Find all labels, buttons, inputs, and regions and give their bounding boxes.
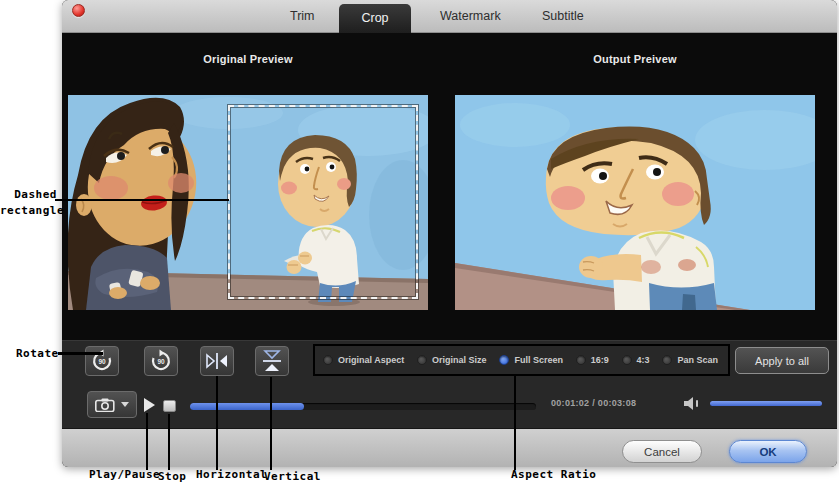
annotation-dashed-rectangle-label-line1: Dashed [0,188,57,201]
annotation-vertical-label: Vertical [264,470,321,483]
radio-icon [417,355,427,365]
aspect-option-original-size[interactable]: Original Size [417,355,487,365]
volume-icon[interactable] [684,396,702,414]
svg-text:90: 90 [157,358,165,365]
flip-vertical-button[interactable] [255,346,289,376]
annotation-play-pause-label: Play/Pause [89,468,160,481]
output-preview-title: Output Preivew [455,53,815,65]
aspect-option-label: Pan Scan [677,355,718,365]
annotation-dashed-rectangle-label-line2: rectangle [0,204,60,217]
aspect-option-label: Full Screen [514,355,563,365]
aspect-option-4-3[interactable]: 4:3 [622,355,650,365]
footer-bar: Cancel OK [62,428,837,467]
volume-slider[interactable] [710,401,822,406]
aspect-option-full-screen[interactable]: Full Screen [499,355,563,365]
seek-bar[interactable] [190,403,536,410]
ok-button[interactable]: OK [729,440,807,463]
radio-icon [323,355,333,365]
aspect-option-original-aspect[interactable]: Original Aspect [323,355,404,365]
apply-to-all-button[interactable]: Apply to all [735,347,829,374]
radio-icon [499,355,509,365]
svg-text:90: 90 [98,358,106,365]
annotation-line-aspect-ratio [514,375,516,470]
original-preview-frame [68,95,428,310]
flip-horizontal-icon [205,352,229,370]
app-window: Trim Crop Watermark Subtitle Original Pr… [62,0,837,467]
rotate-right-button[interactable]: 90 [144,346,178,376]
tab-crop[interactable]: Crop [339,4,411,33]
volume-fill [710,401,822,406]
close-window-icon[interactable] [72,4,85,17]
annotation-aspect-ratio-label: Aspect Ratio [511,468,596,481]
chevron-down-icon [121,402,129,407]
aspect-option-label: 16:9 [591,355,609,365]
aspect-option-pan-scan[interactable]: Pan Scan [662,355,718,365]
annotation-line-stop [168,414,170,470]
annotation-rotate-label: Rotate [16,347,59,360]
flip-vertical-icon [262,349,282,373]
tab-watermark[interactable]: Watermark [428,0,513,33]
rotate-left-button[interactable]: 90 [85,346,119,376]
annotation-line-dashed-rectangle [55,199,229,201]
flip-horizontal-button[interactable] [200,346,234,376]
radio-icon [662,355,672,365]
annotation-line-vertical [270,377,272,470]
aspect-option-16-9[interactable]: 16:9 [576,355,609,365]
progress-fill [190,403,304,410]
radio-icon [622,355,632,365]
rotate-right-icon: 90 [149,349,173,373]
annotation-line-play-pause [146,413,148,470]
video-area: Original Preview Output Preivew [62,33,837,340]
output-preview-frame [455,95,815,310]
snapshot-button[interactable] [87,391,137,418]
titlebar: Trim Crop Watermark Subtitle [62,0,837,33]
cancel-button[interactable]: Cancel [622,440,702,463]
annotation-line-rotate [58,352,103,355]
camera-icon [95,398,115,412]
play-pause-button[interactable] [144,398,155,412]
aspect-option-label: Original Aspect [338,355,404,365]
tab-subtitle[interactable]: Subtitle [530,0,596,33]
aspect-option-label: Original Size [432,355,487,365]
stop-button[interactable] [163,400,176,412]
crop-selection-rectangle[interactable] [228,105,418,299]
annotation-horizontal-label: Horizontal [196,468,267,481]
annotation-stop-label: Stop [158,470,187,483]
control-panel: 90 90 [62,340,837,428]
output-preview-image [455,95,815,310]
radio-icon [576,355,586,365]
annotation-line-horizontal [216,376,218,470]
aspect-option-label: 4:3 [637,355,650,365]
tab-trim[interactable]: Trim [278,0,327,33]
original-preview-title: Original Preview [68,53,428,65]
aspect-ratio-group: Original Aspect Original Size Full Scree… [313,344,730,376]
time-display: 00:01:02 / 00:03:08 [551,398,636,408]
screenshot-stage: Trim Crop Watermark Subtitle Original Pr… [0,0,839,487]
